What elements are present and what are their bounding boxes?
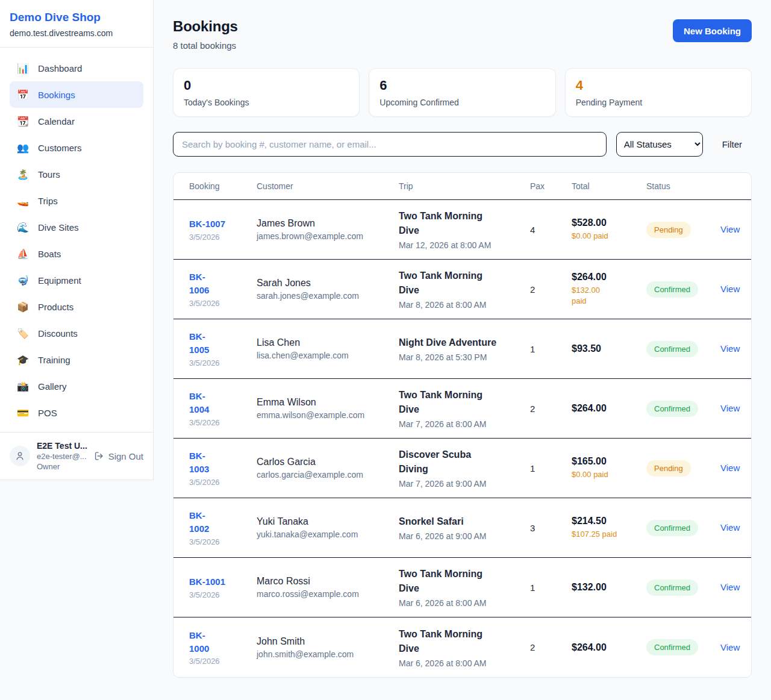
booking-id-link[interactable]: BK- 1003 <box>189 449 209 476</box>
booking-id-link[interactable]: BK- 1006 <box>189 270 209 297</box>
view-link[interactable]: View <box>713 343 740 354</box>
sidebar-item-discounts[interactable]: 🏷️ Discounts <box>10 320 143 346</box>
customer-name: Yuki Tanaka <box>257 516 399 527</box>
sidebar-item-pos[interactable]: 💳 POS <box>10 399 143 426</box>
filter-button[interactable]: Filter <box>713 139 752 149</box>
status-badge: Confirmed <box>646 639 698 655</box>
view-link[interactable]: View <box>713 403 740 413</box>
bookings-table: Booking Customer Trip Pax Total Status B… <box>173 172 752 678</box>
filter-row: All Statuses Filter <box>173 132 752 157</box>
status-badge: Confirmed <box>646 401 698 417</box>
booking-cell: BK- 1002 3/5/2026 <box>189 509 257 546</box>
sidebar-item-label: Tours <box>38 169 60 180</box>
view-link[interactable]: View <box>713 284 740 294</box>
stats-row: 0 Today's Bookings 6 Upcoming Confirmed … <box>173 68 752 117</box>
view-link[interactable]: View <box>713 642 740 652</box>
sidebar-item-products[interactable]: 📦 Products <box>10 293 143 320</box>
pax-count: 2 <box>530 642 572 652</box>
trips-speedboat-icon: 🚤 <box>17 195 29 207</box>
customer-cell: Yuki Tanaka yuki.tanaka@example.com <box>257 516 399 539</box>
view-link[interactable]: View <box>713 582 740 592</box>
trip-cell: Two Tank Morning Dive Mar 7, 2026 at 8:0… <box>399 388 530 429</box>
total-cell: $93.50 <box>572 343 646 354</box>
view-link[interactable]: View <box>713 463 740 473</box>
sidebar-item-bookings[interactable]: 📅 Bookings <box>10 81 143 108</box>
customer-name: James Brown <box>257 218 399 229</box>
sidebar-item-label: Trips <box>38 196 58 206</box>
status-cell: Confirmed <box>646 580 713 596</box>
customer-name: Sarah Jones <box>257 278 399 289</box>
booking-id-link[interactable]: BK- 1005 <box>189 330 209 357</box>
customer-email: lisa.chen@example.com <box>257 351 399 360</box>
column-header-customer: Customer <box>257 181 399 191</box>
status-cell: Confirmed <box>646 341 713 357</box>
status-badge: Confirmed <box>646 520 698 536</box>
stat-value: 6 <box>379 78 545 93</box>
customer-email: emma.wilson@example.com <box>257 410 399 420</box>
status-cell: Pending <box>646 460 713 477</box>
trip-cell: Two Tank Morning Dive Mar 6, 2026 at 8:0… <box>399 627 530 668</box>
trip-cell: Two Tank Morning Dive Mar 12, 2026 at 8:… <box>399 209 530 250</box>
booking-id-link[interactable]: BK-1007 <box>189 217 225 231</box>
stat-card: 0 Today's Bookings <box>173 68 360 117</box>
stat-label: Pending Payment <box>576 98 741 107</box>
booking-cell: BK-1007 3/5/2026 <box>189 217 257 242</box>
brand-name: Demo Dive Shop <box>10 11 143 24</box>
booking-cell: BK- 1000 3/5/2026 <box>189 629 257 666</box>
booking-id-link[interactable]: BK- 1004 <box>189 390 209 416</box>
sidebar-item-customers[interactable]: 👥 Customers <box>10 134 143 161</box>
status-badge: Confirmed <box>646 281 698 298</box>
status-badge: Confirmed <box>646 580 698 596</box>
customer-email: carlos.garcia@example.com <box>257 470 399 480</box>
booking-id-link[interactable]: BK- 1002 <box>189 509 209 536</box>
new-booking-button[interactable]: New Booking <box>673 19 752 42</box>
dive-sites-wave-icon: 🌊 <box>17 222 29 233</box>
search-input[interactable] <box>173 132 607 157</box>
boats-sailboat-icon: ⛵ <box>17 248 29 260</box>
actions-cell: View <box>713 642 740 653</box>
sidebar-item-gallery[interactable]: 📸 Gallery <box>10 373 143 399</box>
booking-id-link[interactable]: BK-1001 <box>189 575 225 589</box>
trip-datetime: Mar 8, 2026 at 8:00 AM <box>399 300 530 310</box>
customer-email: john.smith@example.com <box>257 649 399 659</box>
sidebar-item-dashboard[interactable]: 📊 Dashboard <box>10 55 143 81</box>
sign-out-button[interactable]: Sign Out <box>93 451 143 461</box>
booking-cell: BK- 1003 3/5/2026 <box>189 449 257 487</box>
sidebar-item-trips[interactable]: 🚤 Trips <box>10 187 143 214</box>
booking-cell: BK-1001 3/5/2026 <box>189 575 257 599</box>
customer-name: Lisa Chen <box>257 337 399 348</box>
booking-created-date: 3/5/2026 <box>189 478 257 487</box>
sidebar-item-calendar[interactable]: 📆 Calendar <box>10 108 143 134</box>
booking-created-date: 3/5/2026 <box>189 590 257 599</box>
trip-name: Two Tank Morning Dive <box>399 627 499 656</box>
booking-cell: BK- 1004 3/5/2026 <box>189 390 257 427</box>
tours-island-icon: 🏝️ <box>17 169 29 180</box>
sidebar-item-boats[interactable]: ⛵ Boats <box>10 240 143 267</box>
sidebar-item-tours[interactable]: 🏝️ Tours <box>10 161 143 187</box>
customer-cell: Sarah Jones sarah.jones@example.com <box>257 278 399 301</box>
user-section: E2E Test U... e2e-tester@... Owner Sign … <box>0 432 153 480</box>
booking-cell: BK- 1006 3/5/2026 <box>189 270 257 308</box>
view-link[interactable]: View <box>713 522 740 533</box>
sidebar-item-training[interactable]: 🎓 Training <box>10 346 143 373</box>
user-meta: E2E Test U... e2e-tester@... Owner <box>37 441 87 471</box>
status-filter-select[interactable]: All Statuses <box>616 132 703 157</box>
customer-cell: Carlos Garcia carlos.garcia@example.com <box>257 457 399 480</box>
total-amount: $132.00 <box>572 582 646 593</box>
actions-cell: View <box>713 403 740 414</box>
booking-id-link[interactable]: BK- 1000 <box>189 629 209 655</box>
table-row: BK- 1003 3/5/2026 Carlos Garcia carlos.g… <box>173 439 751 498</box>
table-row: BK- 1005 3/5/2026 Lisa Chen lisa.chen@ex… <box>173 319 751 379</box>
actions-cell: View <box>713 284 740 295</box>
sidebar-item-equipment[interactable]: 🤿 Equipment <box>10 267 143 293</box>
stat-card: 4 Pending Payment <box>565 68 752 117</box>
status-cell: Confirmed <box>646 520 713 536</box>
sidebar-item-dive-sites[interactable]: 🌊 Dive Sites <box>10 214 143 240</box>
view-link[interactable]: View <box>713 224 740 234</box>
table-row: BK- 1006 3/5/2026 Sarah Jones sarah.jone… <box>173 260 751 319</box>
customer-name: Marco Rossi <box>257 576 399 587</box>
trip-cell: Discover Scuba Diving Mar 7, 2026 at 9:0… <box>399 448 530 489</box>
status-badge: Pending <box>646 460 691 477</box>
customer-cell: John Smith john.smith@example.com <box>257 636 399 659</box>
sidebar-item-label: Training <box>38 355 70 365</box>
